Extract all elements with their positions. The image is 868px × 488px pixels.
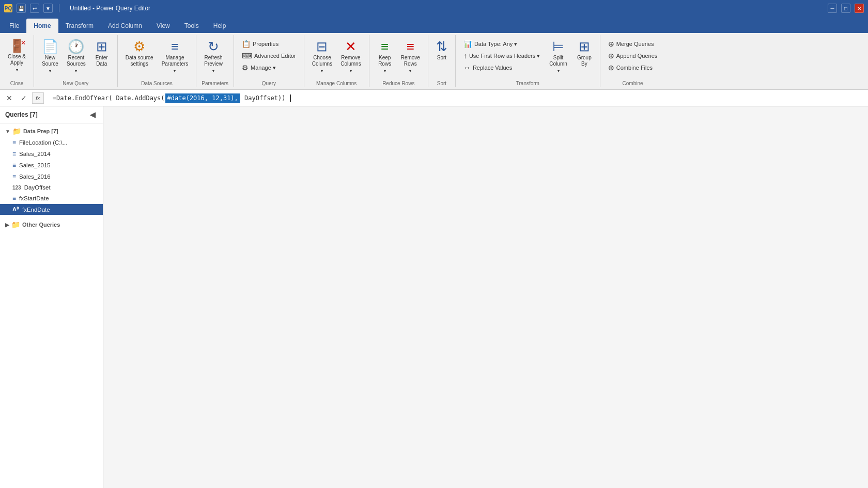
ribbon-group-sort: ⇅ Sort Sort [428, 35, 456, 87]
app-title: Untitled - Power Query Editor [70, 5, 150, 12]
formula-cancel-button[interactable]: ✕ [3, 92, 16, 104]
app-icon: PQ [4, 4, 12, 12]
ribbon-tab-bar: File Home Transform Add Column View Tool… [0, 17, 868, 33]
refresh-preview-icon: ↻ [208, 40, 219, 53]
sidebar-collapse-button[interactable]: ◀ [87, 109, 98, 120]
formula-confirm-button[interactable]: ✓ [18, 92, 30, 104]
keep-rows-button[interactable]: ≡ KeepRows ▾ [374, 37, 396, 74]
choose-columns-icon: ⊟ [316, 40, 328, 53]
enter-data-icon: ⊞ [96, 40, 107, 53]
sidebar-group-data-prep-header[interactable]: ▼ 📁 Data Prep [7] [0, 125, 103, 137]
data-type-icon: 📊 [463, 40, 472, 48]
new-source-button[interactable]: 📄 NewSource ▾ [38, 37, 62, 74]
ribbon-group-query-label: Query [237, 79, 301, 87]
sidebar-group-data-prep-label: Data Prep [7] [23, 128, 58, 134]
sidebar-group-data-prep: ▼ 📁 Data Prep [7] ≡ FileLocation (C:\...… [0, 123, 103, 217]
sidebar-item-sales-2016[interactable]: ≡ Sales_2016 [0, 171, 103, 182]
window-minimize-btn[interactable]: ─ [828, 4, 837, 13]
sidebar-title: Queries [7] [5, 111, 38, 118]
data-source-settings-button[interactable]: ⚙ Data sourcesettings [122, 37, 157, 74]
sidebar-group-expand-icon: ▼ [5, 129, 10, 134]
combine-files-button[interactable]: ⊕ Combine Files [605, 62, 661, 73]
keep-rows-icon: ≡ [381, 40, 389, 53]
tab-tools[interactable]: Tools [177, 19, 206, 33]
append-icon: ⊕ [608, 52, 614, 60]
formula-content[interactable]: = Date.EndOfYear( Date.AddDays( #date(20… [46, 93, 865, 103]
ribbon-group-parameters-label: Parameters [199, 79, 230, 87]
refresh-preview-button[interactable]: ↻ RefreshPreview ▾ [200, 37, 226, 74]
tab-file[interactable]: File [2, 19, 26, 33]
sidebar-item-file-location[interactable]: ≡ FileLocation (C:\... [0, 137, 103, 148]
sales-2016-label: Sales_2016 [19, 174, 51, 180]
enter-data-button[interactable]: ⊞ EnterData [90, 37, 113, 74]
window-close-btn[interactable]: ✕ [855, 4, 864, 13]
manage-parameters-button[interactable]: ≡ ManageParameters ▾ [158, 37, 192, 74]
sidebar-item-sales-2014[interactable]: ≡ Sales_2014 [0, 148, 103, 160]
data-type-button[interactable]: 📊 Data Type: Any ▾ [460, 38, 544, 50]
tab-add-column[interactable]: Add Column [101, 19, 149, 33]
titlebar-save-btn[interactable]: 💾 [17, 4, 26, 13]
remove-rows-button[interactable]: ≡ RemoveRows ▾ [397, 37, 424, 74]
sidebar-header: Queries [7] ◀ [0, 106, 103, 123]
fx-start-date-icon: ≡ [12, 195, 16, 202]
sort-button[interactable]: ⇅ Sort [432, 37, 451, 74]
ribbon-group-sort-label: Sort [431, 79, 452, 87]
properties-button[interactable]: 📋 Properties [238, 38, 300, 50]
sales-2016-icon: ≡ [12, 173, 16, 180]
formula-cursor [286, 95, 291, 102]
sidebar-group-other-queries-header[interactable]: ▶ 📁 Other Queries [0, 219, 103, 230]
sidebar-other-expand-icon: ▶ [5, 222, 9, 228]
ribbon-group-reduce-rows-label: Reduce Rows [373, 79, 425, 87]
split-column-button[interactable]: ⊨ SplitColumn ▾ [546, 37, 570, 74]
advanced-editor-button[interactable]: ⌨ Advanced Editor [238, 50, 300, 61]
merge-icon: ⊕ [608, 40, 614, 48]
sidebar-group-other-queries-label: Other Queries [22, 222, 60, 228]
close-apply-button[interactable]: 🚪 ✕ Close &Apply ▾ [4, 37, 29, 74]
sidebar-group-folder-icon: 📁 [12, 127, 21, 135]
tab-help[interactable]: Help [206, 19, 234, 33]
tab-home[interactable]: Home [26, 19, 58, 33]
titlebar-undo-btn[interactable]: ↩ [30, 4, 39, 13]
recent-sources-button[interactable]: 🕐 RecentSources ▾ [63, 37, 89, 74]
formula-prefix: Date.EndOfYear( Date.AddDays( [56, 95, 165, 102]
remove-columns-button[interactable]: ✕ RemoveColumns ▾ [337, 37, 364, 74]
tab-view[interactable]: View [149, 19, 177, 33]
combine-stack: ⊕ Merge Queries ⊕ Append Queries ⊕ Combi… [605, 37, 661, 74]
use-first-row-button[interactable]: ↑ Use First Row as Headers ▾ [460, 50, 544, 61]
titlebar-customize-btn[interactable]: ▼ [43, 4, 53, 13]
use-first-row-icon: ↑ [463, 52, 467, 60]
ribbon-group-new-query: 📄 NewSource ▾ 🕐 RecentSources ▾ ⊞ EnterD… [34, 35, 118, 87]
main-area: Queries [7] ◀ ▼ 📁 Data Prep [7] ≡ FileLo… [0, 106, 868, 488]
tab-transform[interactable]: Transform [58, 19, 101, 33]
ribbon-group-data-sources-label: Data Sources [121, 79, 193, 87]
sidebar-item-day-offset[interactable]: 123 DayOffset [0, 182, 103, 193]
sidebar-group-other-queries: ▶ 📁 Other Queries [0, 217, 103, 232]
merge-queries-button[interactable]: ⊕ Merge Queries [605, 38, 661, 50]
window-maximize-btn[interactable]: □ [841, 4, 850, 13]
sidebar-other-folder-icon: 📁 [11, 221, 20, 229]
replace-values-button[interactable]: ↔ Replace Values [460, 62, 544, 73]
ribbon-group-transform-label: Transform [459, 79, 597, 87]
file-location-icon: ≡ [12, 139, 16, 146]
choose-columns-button[interactable]: ⊟ ChooseColumns ▾ [308, 37, 336, 74]
formula-bar: ✕ ✓ fx = Date.EndOfYear( Date.AddDays( #… [0, 90, 868, 106]
ribbon-group-combine-label: Combine [603, 79, 662, 87]
sidebar-item-fx-start-date[interactable]: ≡ fxStartDate [0, 193, 103, 204]
ribbon-group-new-query-label: New Query [37, 79, 114, 87]
group-by-button[interactable]: ⊞ GroupBy [573, 37, 596, 74]
sidebar-item-sales-2015[interactable]: ≡ Sales_2015 [0, 160, 103, 171]
day-offset-label: DayOffset [24, 184, 51, 191]
manage-icon: ⚙ [242, 64, 249, 72]
fx-end-date-icon: Aᴮ [12, 206, 19, 213]
append-queries-button[interactable]: ⊕ Append Queries [605, 50, 661, 61]
ribbon-group-manage-columns: ⊟ ChooseColumns ▾ ✕ RemoveColumns ▾ Mana… [304, 35, 369, 87]
remove-columns-icon: ✕ [345, 40, 357, 53]
sales-2015-label: Sales_2015 [19, 162, 51, 168]
sidebar-item-fx-end-date[interactable]: Aᴮ fxEndDate [0, 204, 103, 215]
manage-button[interactable]: ⚙ Manage ▾ [238, 62, 300, 73]
query-stack: 📋 Properties ⌨ Advanced Editor ⚙ Manage … [238, 37, 300, 74]
formula-fx-label: fx [32, 92, 44, 104]
sales-2015-icon: ≡ [12, 162, 16, 169]
properties-icon: 📋 [242, 40, 251, 48]
ribbon-group-data-sources: ⚙ Data sourcesettings ≡ ManageParameters… [118, 35, 197, 87]
